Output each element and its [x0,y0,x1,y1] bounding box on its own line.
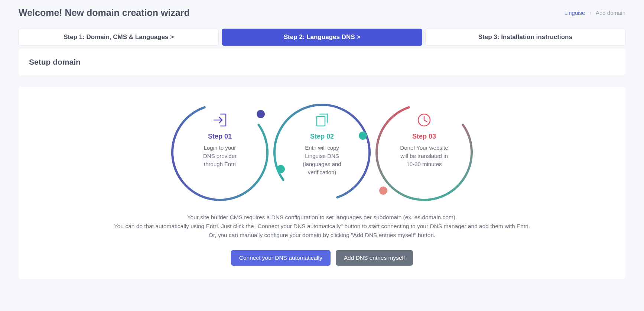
diagram-step2-line4: verification) [308,169,336,175]
dns-content-card: Step 01 Login to your DNS provider throu… [19,87,625,279]
tab-step-1[interactable]: Step 1: Domain, CMS & Languages > [19,29,219,46]
svg-text:Done! Your website: Done! Your website [400,145,448,151]
breadcrumb-current: Add domain [596,10,625,16]
diagram-step2-title: Step 02 [310,133,334,140]
svg-point-6 [379,187,387,195]
info-line-2: You can do that automatically using Entr… [33,222,611,231]
svg-point-1 [257,98,387,206]
page-header: Welcome! New domain creation wizard Ling… [19,7,625,18]
svg-point-0 [168,98,285,206]
login-icon [214,114,226,126]
info-text: Your site builder CMS requires a DNS con… [33,213,611,240]
diagram-step3-line2: will be translated in [400,153,448,159]
svg-point-2 [359,98,476,206]
diagram-step1-title: Step 01 [208,133,232,140]
svg-point-4 [277,165,285,173]
breadcrumb-home-link[interactable]: Linguise [565,10,585,16]
wizard-tabs: Step 1: Domain, CMS & Languages > Step 2… [19,29,625,46]
steps-diagram: Step 01 Login to your DNS provider throu… [33,98,611,206]
diagram-step1-line1: Login to your [204,145,236,151]
diagram-step2-line1: Entri will copy [305,145,339,151]
svg-point-5 [359,132,367,140]
diagram-step2-line3: (languages and [303,161,341,167]
svg-point-3 [257,110,265,118]
diagram-step3-line3: 10-30 minutes [406,161,442,167]
breadcrumb: Linguise › Add domain [565,10,625,16]
action-buttons: Connect your DNS automatically Add DNS e… [33,250,611,266]
page-title: Welcome! New domain creation wizard [19,7,190,18]
tab-step-3[interactable]: Step 3: Installation instructions [425,29,625,46]
diagram-step3-done: Done! [400,145,415,151]
diagram-step3-line1b: Your website [415,145,448,151]
connect-dns-button[interactable]: Connect your DNS automatically [231,250,331,266]
diagram-step3-title: Step 03 [412,133,436,140]
setup-domain-card: Setup domain [19,49,625,75]
setup-domain-title: Setup domain [29,58,615,67]
info-line-3: Or, you can manually configure your doma… [33,231,611,240]
breadcrumb-separator: › [590,10,592,16]
add-dns-manual-button[interactable]: Add DNS entries myself [336,250,413,266]
tab-step-2[interactable]: Step 2: Languages DNS > [222,29,422,46]
svg-rect-7 [317,116,325,126]
diagram-step2-line2: Linguise DNS [305,153,339,159]
info-line-1: Your site builder CMS requires a DNS con… [33,213,611,222]
diagram-step1-line3: through Entri [204,161,236,167]
diagram-step1-line2: DNS provider [203,153,237,159]
clock-icon [418,114,430,126]
copy-icon [317,114,327,126]
